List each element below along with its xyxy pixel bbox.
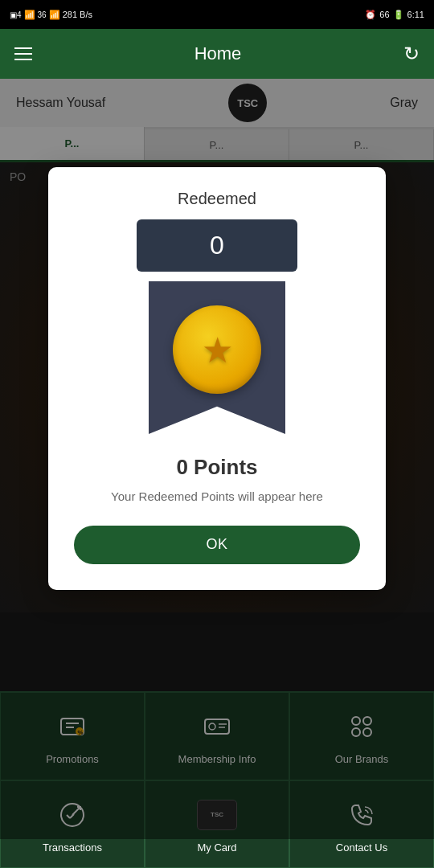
battery-icon: 🔋 [393, 10, 404, 20]
contact-us-label: Contact Us [336, 841, 387, 854]
points-description: Your Redeemed Points will appear here [111, 488, 323, 506]
status-left: ▣4 📶 36 📶 281 B/s [10, 10, 92, 20]
modal-title: Redeemed [178, 190, 256, 208]
status-right: ⏰ 66 🔋 6:11 [365, 10, 424, 20]
redeemed-value: 0 [210, 231, 224, 260]
refresh-icon[interactable]: ↻ [403, 43, 420, 65]
coin-icon [173, 305, 261, 394]
battery-text: 66 [379, 10, 389, 19]
menu-icon[interactable] [14, 47, 32, 60]
signal-3g: 36 [38, 10, 47, 19]
modal-card: Redeemed 0 0 Points Your Redeemed Points… [48, 167, 386, 590]
speed-text: 281 B/s [63, 10, 92, 19]
status-bar: ▣4 📶 36 📶 281 B/s ⏰ 66 🔋 6:11 [0, 0, 434, 29]
redeemed-box: 0 [137, 219, 297, 272]
ok-button[interactable]: OK [74, 526, 360, 564]
carrier-text: ▣4 [10, 10, 22, 19]
transactions-label: Transactions [43, 841, 102, 854]
alarm-icon: ⏰ [365, 10, 376, 20]
page-title: Home [194, 43, 242, 64]
wifi-icon: 📶 [49, 10, 60, 20]
modal-overlay: Redeemed 0 0 Points Your Redeemed Points… [0, 79, 434, 839]
signal-bars: 📶 [24, 10, 35, 20]
my-card-label: My Card [197, 841, 236, 854]
points-badge [145, 281, 289, 442]
points-label: 0 Points [176, 455, 257, 480]
time-text: 6:11 [407, 10, 424, 19]
top-nav-bar: Home ↻ [0, 29, 434, 79]
